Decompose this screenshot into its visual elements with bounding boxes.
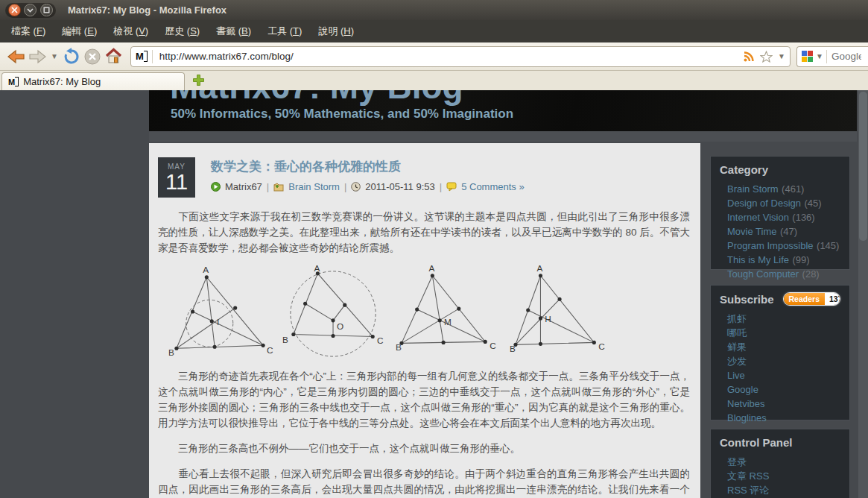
subscribe-link-netvibes[interactable]: Netvibes — [727, 398, 765, 409]
site-tagline: 50% Informatics, 50% Mathematics, and 50… — [171, 107, 513, 122]
category-link-tough-computer[interactable]: Tough Computer — [727, 268, 799, 280]
subscribe-link-zhuaxia[interactable]: 抓虾 — [727, 313, 747, 324]
figure-circumcenter: A B C O — [281, 265, 389, 361]
control-link-comments-rss[interactable]: RSS 评论 — [727, 485, 769, 496]
site-favicon: M — [136, 51, 143, 62]
tab-matrix67-blog[interactable]: M Matrix67: My Blog — [1, 72, 185, 90]
post-date-day: 11 — [158, 171, 195, 193]
category-link-program-impossible[interactable]: Program Impossible — [727, 240, 814, 251]
sidebar-control-panel: Control Panel 登录 文章 RSS RSS 评论 — [710, 429, 850, 498]
control-link-login[interactable]: 登录 — [727, 456, 747, 467]
category-link-movie-time[interactable]: Movie Time — [727, 226, 776, 237]
paragraph-3: 三角形的三条高也不例外——它们也交于一点，这个点就叫做三角形的垂心。 — [158, 441, 690, 456]
svg-text:B: B — [510, 344, 516, 354]
search-engine-dropdown-icon[interactable]: ▼ — [816, 52, 823, 60]
comments-icon — [446, 182, 457, 192]
back-forward-dropdown-icon[interactable]: ▼ — [51, 52, 58, 60]
svg-text:A: A — [314, 265, 320, 274]
url-dropdown-icon[interactable]: ▼ — [778, 52, 785, 60]
menu-history[interactable]: 歷史 (S) — [156, 22, 208, 41]
stop-button[interactable] — [83, 48, 101, 66]
feed-readers-badge[interactable]: Readers 13754 — [783, 292, 840, 306]
category-link-internet-vision[interactable]: Internet Vision — [727, 212, 789, 223]
control-item: 文章 RSS — [727, 469, 840, 483]
category-link-design-of-design[interactable]: Design of Design — [727, 198, 801, 209]
scrollbar-thumb[interactable] — [859, 92, 867, 241]
search-engine-icon[interactable] — [802, 51, 813, 62]
paragraph-4: 垂心看上去很不起眼，但深入研究后即会冒出很多奇妙的结论。由于两个斜边重合的直角三… — [158, 466, 690, 498]
category-link-this-is-my-life[interactable]: This is My Life — [727, 254, 789, 265]
readers-badge-count: 13754 — [825, 293, 840, 305]
menu-edit[interactable]: 編輯 (E) — [54, 22, 105, 41]
subscribe-item: 鲜果 — [727, 340, 840, 354]
back-button[interactable] — [6, 48, 25, 65]
svg-text:C: C — [490, 341, 496, 351]
subscribe-link-bloglines[interactable]: Bloglines — [727, 412, 767, 423]
url-bar[interactable]: M ▼ — [130, 46, 791, 67]
menu-tools[interactable]: 工具 (T) — [259, 22, 310, 41]
post-comments-link[interactable]: 5 Comments » — [461, 181, 525, 192]
svg-text:C: C — [267, 345, 273, 356]
control-link-posts-rss[interactable]: 文章 RSS — [727, 470, 769, 482]
bookmark-star-icon[interactable] — [760, 51, 773, 63]
window-close-icon[interactable] — [8, 4, 21, 16]
forward-button[interactable] — [28, 48, 48, 65]
svg-text:B: B — [282, 335, 288, 345]
menu-help[interactable]: 說明 (H) — [310, 22, 362, 41]
post-category-link[interactable]: Brain Storm — [288, 181, 340, 192]
svg-text:M: M — [444, 317, 452, 327]
control-panel-title: Control Panel — [720, 436, 840, 449]
category-folder-icon — [273, 183, 284, 192]
subscribe-item: Bloglines — [727, 411, 840, 425]
reload-button[interactable] — [63, 48, 80, 66]
reload-icon — [63, 48, 80, 66]
subscribe-link-live[interactable]: Live — [727, 370, 745, 381]
menu-bar: 檔案 (F) 編輯 (E) 檢視 (V) 歷史 (S) 書籤 (B) 工具 (T… — [0, 20, 868, 42]
svg-text:A: A — [428, 265, 434, 274]
category-item: Tough Computer (28) — [727, 267, 840, 281]
navigation-toolbar: ▼ M ▼ ▼ — [0, 42, 868, 71]
control-item: RSS 评论 — [727, 483, 840, 497]
menu-file[interactable]: 檔案 (F) — [3, 22, 54, 41]
category-title: Category — [720, 163, 840, 176]
search-input[interactable] — [830, 50, 863, 63]
page-viewport: Matrix67: My Blog 50% Informatics, 50% M… — [0, 90, 868, 498]
search-box[interactable]: ▼ — [796, 46, 868, 67]
subscribe-link-google[interactable]: Google — [727, 384, 758, 395]
category-link-brain-storm[interactable]: Brain Storm — [727, 183, 779, 195]
home-button[interactable] — [104, 48, 123, 65]
geometry-figures: A B C I A B C O — [167, 265, 690, 361]
header-divider — [149, 131, 857, 142]
page-scrollbar[interactable] — [858, 90, 868, 498]
new-tab-button[interactable] — [192, 74, 205, 86]
category-item: Internet Vision (136) — [727, 210, 840, 224]
site-title[interactable]: Matrix67: My Blog — [170, 90, 463, 107]
post-content: MAY 11 数学之美：垂心的各种优雅的性质 Matrix67 | Brain … — [149, 143, 700, 498]
rss-icon[interactable] — [743, 51, 755, 63]
subscribe-link-xianguo[interactable]: 鲜果 — [727, 341, 747, 353]
back-icon — [6, 48, 25, 65]
svg-text:B: B — [396, 342, 402, 353]
window-titlebar: Matrix67: My Blog - Mozilla Firefox — [0, 0, 868, 20]
subscribe-link-nezha[interactable]: 哪吒 — [727, 327, 747, 338]
menu-bookmarks[interactable]: 書籤 (B) — [208, 22, 259, 41]
window-maximize-icon[interactable] — [40, 4, 53, 16]
post-title-link[interactable]: 数学之美：垂心的各种优雅的性质 — [211, 158, 525, 175]
category-item: Program Impossible (145) — [727, 239, 840, 253]
post-datetime: 2011-05-11 9:53 — [365, 181, 434, 192]
plus-icon — [193, 75, 204, 86]
svg-text:H: H — [545, 314, 551, 324]
sidebar-subscribe: Subscribe Readers 13754 抓虾 哪吒 鲜果 沙发 Live… — [710, 285, 850, 420]
svg-text:C: C — [598, 341, 605, 352]
home-icon — [104, 48, 123, 65]
subscribe-item: Netvibes — [727, 397, 840, 411]
control-item: 登录 — [727, 455, 840, 469]
menu-view[interactable]: 檢視 (V) — [105, 22, 156, 41]
url-input[interactable] — [158, 50, 740, 63]
window-minimize-icon[interactable] — [24, 4, 37, 16]
subscribe-link-shafa[interactable]: 沙发 — [727, 356, 747, 367]
figure-centroid: A B C M — [395, 265, 503, 361]
category-item: Design of Design (45) — [727, 196, 840, 210]
readers-badge-label: Readers — [784, 293, 825, 305]
post-author: Matrix67 — [225, 181, 262, 192]
